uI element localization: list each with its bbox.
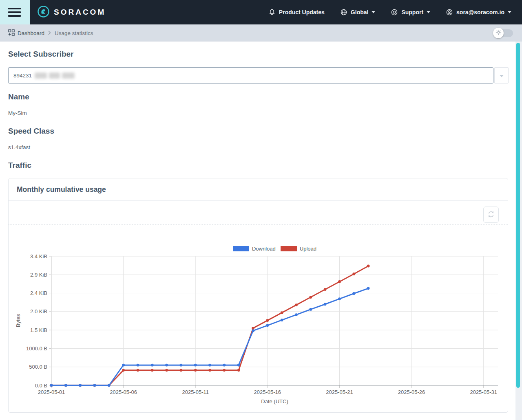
x-tick-label: 2025-05-26 bbox=[398, 389, 425, 395]
y-tick-label: 2.4 KiB bbox=[30, 290, 47, 296]
data-point-upload[interactable] bbox=[266, 319, 269, 322]
legend-label: Upload bbox=[300, 246, 316, 252]
data-point-upload[interactable] bbox=[151, 369, 154, 372]
x-tick-label: 2025-05-16 bbox=[254, 389, 281, 395]
data-point-upload[interactable] bbox=[237, 369, 240, 372]
data-point-upload[interactable] bbox=[281, 311, 283, 314]
theme-toggle[interactable] bbox=[493, 29, 513, 37]
subscriber-select-row: 894231 bbox=[8, 67, 509, 84]
y-tick-label: 1.5 KiB bbox=[30, 327, 47, 333]
theme-toggle-knob bbox=[493, 28, 504, 38]
usage-card-title: Monthly cumulative usage bbox=[17, 185, 106, 194]
usage-card-header: Monthly cumulative usage bbox=[9, 178, 508, 201]
chart-legend: DownloadUpload bbox=[51, 246, 498, 252]
breadcrumb-current: Usage statistics bbox=[55, 30, 93, 36]
data-point-upload[interactable] bbox=[367, 265, 370, 268]
data-point-upload[interactable] bbox=[338, 280, 341, 283]
dashboard-grid-icon bbox=[8, 29, 15, 37]
nav-item-product-updates[interactable]: Product Updates bbox=[268, 9, 325, 16]
sun-icon bbox=[495, 29, 502, 37]
data-point-download[interactable] bbox=[151, 364, 154, 367]
data-point-download[interactable] bbox=[137, 364, 139, 367]
subscriber-combobox[interactable]: 894231 bbox=[8, 67, 493, 84]
usage-card: Monthly cumulative usage DownloadUpload … bbox=[8, 178, 508, 413]
data-point-upload[interactable] bbox=[324, 288, 327, 291]
main-content: Select Subscriber 894231 Name My-Sim Spe… bbox=[0, 42, 522, 413]
data-point-download[interactable] bbox=[108, 384, 111, 387]
data-point-download[interactable] bbox=[252, 330, 254, 332]
x-tick-label: 2025-05-06 bbox=[110, 389, 137, 395]
breadcrumb-dashboard-label: Dashboard bbox=[18, 30, 44, 36]
nav-item-label: sora@soracom.io bbox=[456, 9, 504, 15]
y-tick-label: 500.0 B bbox=[29, 364, 47, 370]
x-tick-label: 2025-05-31 bbox=[470, 389, 497, 395]
data-point-upload[interactable] bbox=[208, 369, 211, 372]
legend-swatch bbox=[233, 246, 249, 251]
brand[interactable]: SORACOM bbox=[37, 5, 106, 20]
data-point-download[interactable] bbox=[208, 364, 211, 367]
chevron-down-icon bbox=[500, 73, 504, 79]
data-point-download[interactable] bbox=[79, 384, 82, 387]
nav-item-label: Product Updates bbox=[279, 9, 325, 15]
data-point-download[interactable] bbox=[281, 319, 283, 321]
traffic-heading: Traffic bbox=[8, 161, 522, 169]
nav-items: Product Updates Global Support bbox=[268, 9, 511, 16]
data-point-download[interactable] bbox=[165, 364, 168, 367]
data-point-upload[interactable] bbox=[194, 369, 197, 372]
user-icon bbox=[446, 9, 453, 16]
data-point-download[interactable] bbox=[266, 324, 269, 327]
data-point-download[interactable] bbox=[194, 364, 197, 367]
data-point-download[interactable] bbox=[122, 364, 125, 367]
data-point-upload[interactable] bbox=[309, 296, 312, 299]
data-point-upload[interactable] bbox=[165, 369, 168, 372]
data-point-upload[interactable] bbox=[295, 303, 298, 306]
y-tick-label: 0.0 B bbox=[35, 383, 47, 389]
chevron-right-icon bbox=[48, 30, 51, 36]
series-line-upload[interactable] bbox=[51, 266, 368, 385]
refresh-button[interactable] bbox=[483, 207, 499, 223]
data-point-upload[interactable] bbox=[352, 273, 355, 275]
subscriber-value: 894231 bbox=[13, 73, 32, 79]
breadcrumb-dashboard-link[interactable]: Dashboard bbox=[8, 29, 44, 37]
y-tick-label: 2.9 KiB bbox=[30, 272, 47, 278]
data-point-download[interactable] bbox=[367, 287, 370, 290]
data-point-download[interactable] bbox=[309, 308, 312, 311]
data-point-upload[interactable] bbox=[223, 369, 226, 372]
data-point-upload[interactable] bbox=[122, 369, 125, 372]
subscriber-dropdown-button[interactable] bbox=[494, 67, 509, 84]
data-point-upload[interactable] bbox=[137, 369, 139, 372]
data-point-download[interactable] bbox=[237, 364, 240, 367]
speed-class-value: s1.4xfast bbox=[8, 145, 522, 150]
scrollbar-track[interactable] bbox=[515, 42, 522, 420]
globe-icon bbox=[340, 9, 347, 16]
nav-item-support[interactable]: Support bbox=[391, 9, 430, 16]
x-tick-label: 2025-05-11 bbox=[182, 389, 209, 395]
data-point-download[interactable] bbox=[93, 384, 96, 387]
data-point-upload[interactable] bbox=[252, 327, 254, 330]
y-tick-label: 3.4 KiB bbox=[30, 253, 47, 259]
refresh-icon bbox=[487, 210, 495, 220]
legend-item-download: Download bbox=[233, 246, 276, 252]
top-navbar: SORACOM Product Updates Global bbox=[0, 0, 522, 24]
usage-chart-area: DownloadUpload 2025-05-012025-05-062025-… bbox=[9, 225, 508, 413]
legend-item-upload: Upload bbox=[281, 246, 316, 252]
data-point-download[interactable] bbox=[223, 364, 226, 367]
x-tick-label: 2025-05-01 bbox=[38, 389, 65, 395]
y-axis-title: Bytes bbox=[15, 314, 21, 327]
select-subscriber-heading: Select Subscriber bbox=[8, 50, 522, 58]
name-heading: Name bbox=[8, 93, 522, 101]
data-point-download[interactable] bbox=[50, 384, 53, 387]
scrollbar-thumb[interactable] bbox=[516, 43, 520, 388]
nav-item-global[interactable]: Global bbox=[340, 9, 376, 16]
usage-chart[interactable]: 2025-05-012025-05-062025-05-112025-05-16… bbox=[9, 225, 508, 413]
data-point-upload[interactable] bbox=[180, 369, 183, 372]
hamburger-button[interactable] bbox=[0, 0, 30, 24]
data-point-download[interactable] bbox=[64, 384, 67, 387]
soracom-logo-icon bbox=[37, 5, 50, 20]
data-point-download[interactable] bbox=[352, 292, 355, 295]
data-point-download[interactable] bbox=[324, 303, 327, 306]
data-point-download[interactable] bbox=[338, 297, 341, 300]
data-point-download[interactable] bbox=[295, 313, 298, 316]
nav-item-account[interactable]: sora@soracom.io bbox=[446, 9, 511, 16]
data-point-download[interactable] bbox=[180, 364, 183, 367]
